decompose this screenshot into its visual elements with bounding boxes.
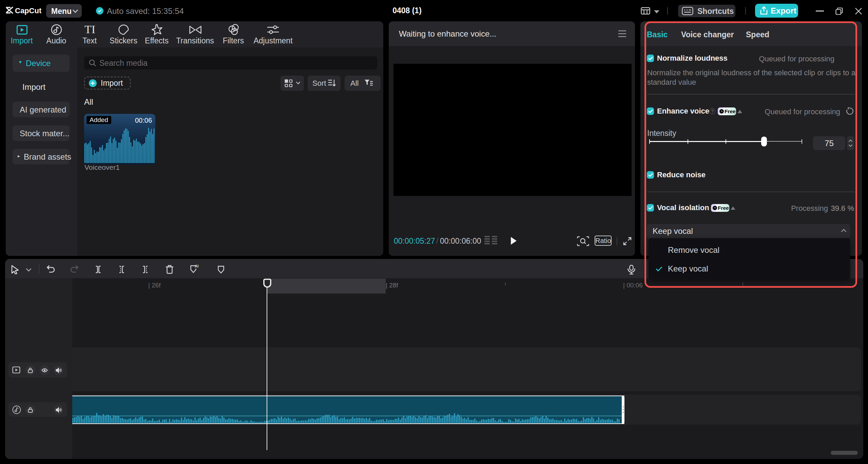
svg-text:AI: AI — [195, 264, 199, 268]
